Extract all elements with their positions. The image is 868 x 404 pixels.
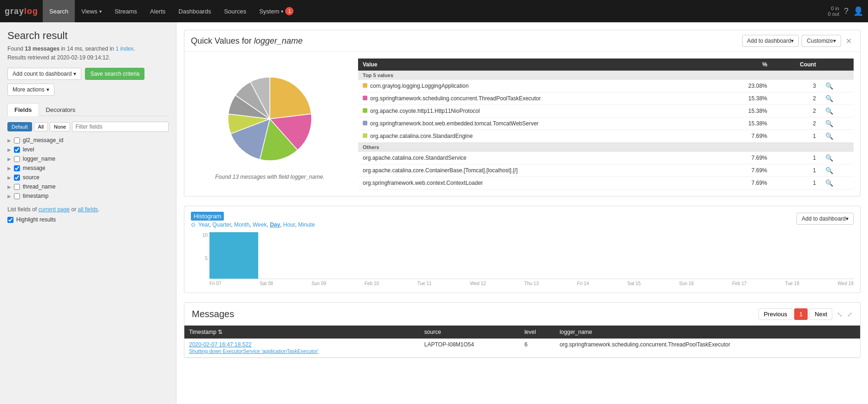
nav-status: 0 in 0 out (828, 6, 839, 17)
field-checkbox[interactable] (14, 175, 20, 181)
histogram-label: Feb 10 (365, 281, 379, 286)
msg-logger: org.springframework.scheduling.concurren… (555, 339, 860, 358)
filter-default-btn[interactable]: Default (7, 122, 32, 131)
help-icon[interactable]: ? (844, 7, 848, 16)
field-checkbox[interactable] (14, 184, 20, 190)
page-1-btn[interactable]: 1 (794, 308, 808, 320)
more-actions-button[interactable]: More actions ▾ (7, 84, 54, 96)
field-name: message (23, 165, 46, 171)
histogram-label: Fri 14 (577, 281, 589, 286)
msg-col-logger_name: logger_name (555, 326, 860, 339)
field-tabs: Fields Decorators (7, 103, 169, 116)
next-btn[interactable]: Next (809, 308, 832, 320)
zoom-icon[interactable]: 🔍 (825, 107, 833, 115)
logo-log: log (24, 7, 38, 16)
timestamp-link[interactable]: 2020-02-07 16:47:18.522 (189, 341, 252, 348)
quick-values-close[interactable]: ✕ (844, 37, 854, 46)
field-expand[interactable]: ▶ (7, 175, 11, 180)
nav-sources[interactable]: Sources (217, 0, 253, 22)
customize-btn[interactable]: Customize ▾ (802, 35, 841, 47)
histogram-labels: Fri 07Sat 08Sun 09Feb 10Tue 11Wed 12Thu … (209, 281, 854, 286)
index-link[interactable]: 1 index (116, 46, 134, 52)
navbar: graylog Search Views ▾ Streams Alerts Da… (0, 0, 868, 22)
field-checkbox[interactable] (14, 147, 20, 153)
field-expand[interactable]: ▶ (7, 156, 11, 162)
all-fields-link[interactable]: all fields (78, 206, 98, 213)
time-option-quarter[interactable]: Quarter (212, 222, 231, 228)
nav-alerts[interactable]: Alerts (144, 0, 172, 22)
color-dot (363, 121, 367, 125)
highlight-checkbox[interactable] (7, 217, 13, 223)
zoom-icon[interactable]: 🔍 (825, 154, 833, 162)
time-option-minute[interactable]: Minute (298, 222, 315, 228)
message-link[interactable]: Shutting down ExecutorService 'applicati… (189, 348, 319, 354)
color-dot (363, 96, 367, 100)
zoom-icon[interactable]: 🔍 (825, 132, 833, 140)
color-dot (363, 108, 367, 113)
zoom-icon[interactable]: 🔍 (825, 167, 833, 174)
quick-values-table: Value % Count Top 5 values com.graylog.l… (358, 59, 854, 189)
messages-panel: Messages Previous 1 Next ⤡ ⤢ Timestamp ⇅… (184, 302, 861, 358)
field-checkbox[interactable] (14, 165, 20, 171)
zoom-icon[interactable]: 🔍 (825, 120, 833, 127)
field-expand[interactable]: ▶ (7, 138, 11, 143)
msg-timestamp: 2020-02-07 16:47:18.522 Shutting down Ex… (184, 339, 420, 358)
histogram-caret: ▾ (846, 215, 848, 222)
zoom-icon[interactable]: 🔍 (825, 82, 833, 90)
nav-search[interactable]: Search (43, 0, 75, 22)
current-page-link[interactable]: current page (39, 206, 70, 213)
field-name: logger_name (23, 156, 55, 162)
field-name: level (23, 146, 34, 153)
histogram-add-dashboard-btn[interactable]: Add to dashboard ▾ (796, 213, 854, 225)
tab-fields[interactable]: Fields (7, 103, 39, 116)
msg-source: LAPTOP-I08M1O54 (420, 339, 520, 358)
histogram-label: Fri 07 (209, 281, 222, 286)
histogram-label: Feb 17 (732, 281, 747, 286)
nav-dashboards[interactable]: Dashboards (172, 0, 217, 22)
filter-fields-input[interactable] (72, 122, 169, 132)
time-option-month[interactable]: Month (234, 222, 249, 228)
zoom-icon[interactable]: 🔍 (825, 95, 833, 102)
field-expand[interactable]: ▶ (7, 166, 11, 171)
time-option-day[interactable]: Day (270, 222, 280, 228)
nav-system[interactable]: System ▾ 1 (253, 0, 300, 22)
field-expand[interactable]: ▶ (7, 147, 11, 152)
histogram-label: Tue 18 (785, 281, 799, 286)
color-dot (363, 133, 367, 138)
msg-col-Timestamp: Timestamp ⇅ (184, 326, 420, 339)
histogram-label: Wed 12 (470, 281, 486, 286)
expand-icon[interactable]: ⤡ (837, 311, 842, 318)
time-option-week[interactable]: Week (253, 222, 267, 228)
save-search-button[interactable]: Save search criteria (85, 68, 144, 80)
field-expand[interactable]: ▶ (7, 194, 11, 199)
nav-streams[interactable]: Streams (108, 0, 144, 22)
time-option-year[interactable]: Year (198, 222, 209, 228)
pie-caption: Found 13 messages with field logger_name… (215, 174, 324, 180)
pie-slice (270, 77, 311, 119)
filter-none-btn[interactable]: None (50, 122, 70, 131)
histogram-bars (209, 233, 854, 279)
field-list: ▶ gl2_message_id ▶ level ▶ logger_name ▶… (7, 136, 169, 201)
field-expand[interactable]: ▶ (7, 184, 11, 189)
field-checkbox[interactable] (14, 137, 20, 143)
field-checkbox[interactable] (14, 156, 20, 162)
qv-other-row: org.apache.catalina.core.StandardService… (358, 152, 854, 164)
user-icon[interactable]: 👤 (853, 6, 863, 16)
filter-all-btn[interactable]: All (34, 122, 48, 131)
nav-views[interactable]: Views ▾ (75, 0, 108, 22)
field-checkbox[interactable] (14, 193, 20, 199)
field-filter: Default All None (7, 122, 169, 132)
system-badge: 1 (285, 7, 294, 15)
previous-btn[interactable]: Previous (758, 308, 792, 320)
field-item: ▶ logger_name (7, 154, 169, 163)
customize-caret: ▾ (833, 38, 836, 44)
add-to-dashboard-btn[interactable]: Add to dashboard ▾ (742, 35, 799, 47)
collapse-icon[interactable]: ⤢ (847, 311, 853, 318)
time-option-hour[interactable]: Hour (283, 222, 295, 228)
tab-decorators[interactable]: Decorators (39, 103, 83, 116)
zoom-icon[interactable]: 🔍 (825, 179, 833, 187)
histogram-label: Sun 09 (312, 281, 326, 286)
add-count-button[interactable]: Add count to dashboard ▾ (7, 68, 81, 80)
histogram-panel: Histogram ⊙ Year, Quarter, Month, Week, … (184, 206, 861, 293)
histogram-title: Histogram (191, 213, 315, 220)
